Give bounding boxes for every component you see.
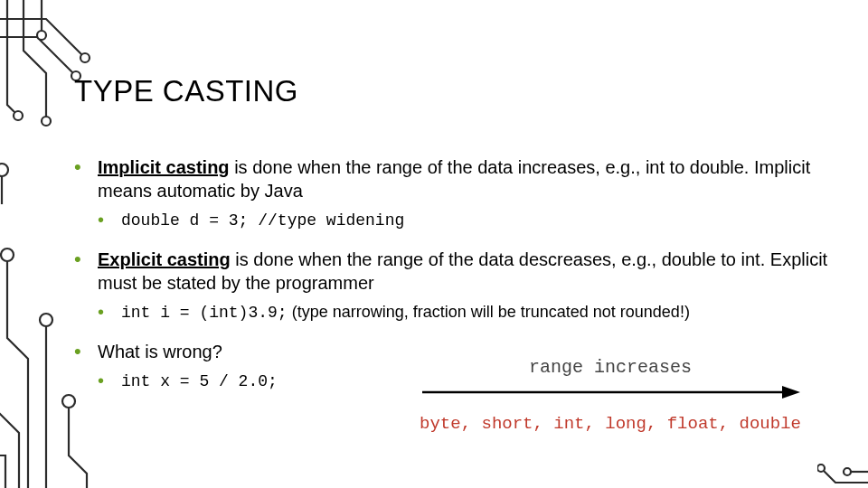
svg-point-3 <box>14 111 23 120</box>
svg-point-2 <box>42 117 51 126</box>
bullet-implicit-sub: double d = 3; //type widening <box>98 209 832 231</box>
slide-content: TYPE CASTING Implicit casting is done wh… <box>74 74 832 452</box>
code-implicit: double d = 3; //type widening <box>121 211 404 230</box>
svg-point-5 <box>0 164 8 176</box>
svg-point-8 <box>62 395 75 408</box>
range-diagram: range increases byte, short, int, long, … <box>398 357 823 434</box>
svg-point-0 <box>80 53 90 62</box>
slide-title: TYPE CASTING <box>74 74 832 108</box>
svg-point-4 <box>37 31 46 40</box>
note-explicit: (type narrowing, fraction will be trunca… <box>288 303 690 321</box>
svg-point-6 <box>1 249 14 261</box>
svg-point-9 <box>817 465 825 472</box>
bullet-implicit: Implicit casting is done when the range … <box>74 155 832 231</box>
code-question: int x = 5 / 2.0; <box>121 372 278 390</box>
arrow-right-icon <box>420 383 800 401</box>
svg-marker-12 <box>782 386 800 399</box>
bullet-question-text: What is wrong? <box>98 342 222 361</box>
svg-point-10 <box>844 468 851 475</box>
diagram-label: range increases <box>398 357 823 378</box>
code-explicit: int i = (int)3.9; <box>121 304 288 322</box>
bullet-explicit-sub: int i = (int)3.9; (type narrowing, fract… <box>98 301 832 324</box>
bullet-explicit-lead: Explicit casting <box>98 249 231 269</box>
bullet-implicit-lead: Implicit casting <box>98 157 230 177</box>
bullet-explicit: Explicit casting is done when the range … <box>74 248 832 324</box>
svg-point-7 <box>40 314 52 326</box>
diagram-types: byte, short, int, long, float, double <box>398 414 823 434</box>
